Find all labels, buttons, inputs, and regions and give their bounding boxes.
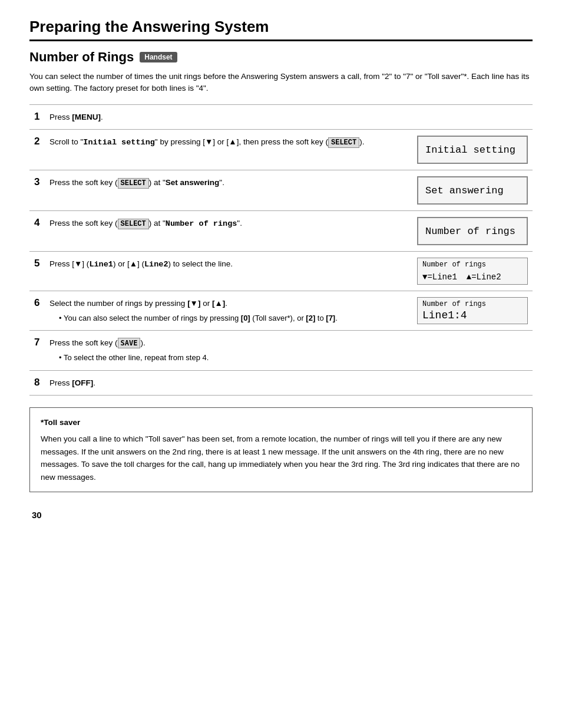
steps-table: 1 Press [MENU]. 2 Scroll to "Initial set…	[29, 104, 533, 396]
step-3-number: 3	[29, 170, 45, 211]
step-7-content: Press the soft key (SAVE). To select the…	[45, 331, 533, 370]
step-4-menu-item: Number of rings	[166, 219, 237, 228]
step-6-row: 6 Select the number of rings by pressing…	[29, 291, 533, 331]
section-heading: Number of Rings Handset	[29, 50, 533, 65]
select-key-4: SELECT	[118, 219, 149, 229]
step-4-content: Press the soft key (SELECT) at "Number o…	[45, 211, 412, 252]
off-key: [OFF]	[72, 378, 93, 387]
step-1-row: 1 Press [MENU].	[29, 104, 533, 130]
step-5-screen: Number of rings ▼=Line1 ▲=Line2	[412, 252, 533, 291]
step-8-content: Press [OFF].	[45, 370, 533, 396]
lcd-ring-count: Number of rings Line1:4	[417, 297, 528, 324]
step-8-row: 8 Press [OFF].	[29, 370, 533, 396]
handset-badge: Handset	[140, 52, 177, 62]
toll-saver-title: *Toll saver	[41, 416, 521, 429]
toll-saver-text: When you call a line to which "Toll save…	[41, 433, 521, 483]
step-5-content: Press [▼] (Line1) or [▲] (Line2) to sele…	[45, 252, 412, 291]
step-1-content: Press [MENU].	[45, 104, 533, 130]
step-3-row: 3 Press the soft key (SELECT) at "Set an…	[29, 170, 533, 211]
lcd-number-of-rings: Number of rings	[417, 217, 528, 245]
select-key-3: SELECT	[118, 178, 149, 189]
toll-saver-box: *Toll saver When you call a line to whic…	[29, 407, 533, 492]
line1-option: ▼=Line1	[422, 272, 457, 282]
lcd-line-select: Number of rings ▼=Line1 ▲=Line2	[417, 258, 528, 285]
lcd-set-answering: Set answering	[417, 176, 528, 205]
step-2-menu-item: Initial setting	[83, 138, 155, 147]
line2-option: ▲=Line2	[467, 272, 501, 282]
step-2-content: Scroll to "Initial setting" by pressing …	[45, 130, 412, 170]
lcd-line-select-options: ▼=Line1 ▲=Line2	[422, 272, 523, 282]
step-6-screen: Number of rings Line1:4	[412, 291, 533, 331]
step-5-row: 5 Press [▼] (Line1) or [▲] (Line2) to se…	[29, 252, 533, 291]
step-2-screen: Initial setting	[412, 130, 533, 170]
lcd-ring-count-label: Number of rings	[422, 300, 523, 308]
step-2-number: 2	[29, 130, 45, 170]
step-6-bullet: You can also select the number of rings …	[49, 312, 408, 325]
step-7-row: 7 Press the soft key (SAVE). To select t…	[29, 331, 533, 370]
step-6-down-key: [▼]	[187, 299, 200, 308]
page-title: Preparing the Answering System	[29, 18, 533, 36]
step-4-row: 4 Press the soft key (SELECT) at "Number…	[29, 211, 533, 252]
intro-text: You can select the number of times the u…	[29, 71, 533, 95]
save-key: SAVE	[118, 338, 141, 348]
step-4-screen: Number of rings	[412, 211, 533, 252]
step-3-screen: Set answering	[412, 170, 533, 211]
page-number: 30	[29, 510, 533, 520]
step-6-number: 6	[29, 291, 45, 331]
select-key-2: SELECT	[328, 137, 359, 148]
step-2-row: 2 Scroll to "Initial setting" by pressin…	[29, 130, 533, 170]
step-7-number: 7	[29, 331, 45, 370]
section-title: Number of Rings	[29, 50, 134, 65]
lcd-ring-count-value: Line1:4	[422, 309, 523, 321]
step-6-up-key: [▲]	[212, 299, 225, 308]
menu-key: [MENU]	[72, 113, 101, 121]
step-6-content: Select the number of rings by pressing […	[45, 291, 412, 331]
lcd-initial-setting: Initial setting	[417, 136, 528, 164]
step-3-content: Press the soft key (SELECT) at "Set answ…	[45, 170, 412, 211]
lcd-line-select-title: Number of rings	[422, 261, 523, 269]
step-1-number: 1	[29, 104, 45, 130]
title-divider	[29, 39, 533, 41]
line2-label: Line2	[144, 259, 168, 268]
step-4-number: 4	[29, 211, 45, 252]
step-5-number: 5	[29, 252, 45, 291]
step-7-bullet: To select the other line, repeat from st…	[49, 352, 528, 364]
step-8-number: 8	[29, 370, 45, 396]
line1-label: Line1	[89, 259, 113, 268]
step-3-menu-item: Set answering	[166, 178, 220, 187]
